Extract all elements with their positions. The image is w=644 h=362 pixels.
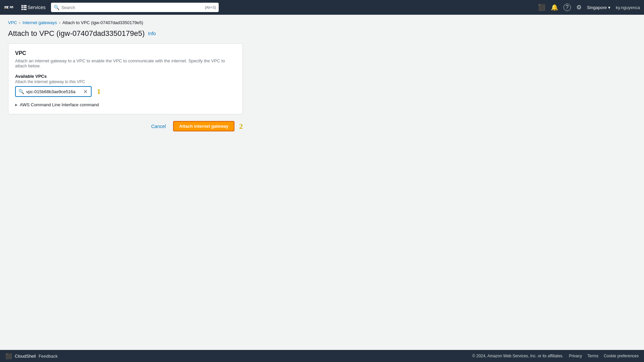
breadcrumb-sep-2: ›: [59, 20, 60, 25]
top-navigation: Services 🔍 [Alt+S] ⬛ 🔔 ? ⚙ Singapore ▾ k…: [0, 0, 644, 15]
region-arrow: ▾: [608, 5, 610, 10]
cli-label: AWS Command Line Interface command: [20, 102, 99, 107]
card-section-title: VPC: [15, 50, 236, 56]
vpc-search-input[interactable]: [26, 89, 83, 94]
cancel-button[interactable]: Cancel: [148, 122, 169, 131]
services-label: Services: [28, 5, 46, 10]
actions-row: Cancel Attach internet gateway 2: [8, 121, 243, 131]
region-label: Singapore: [587, 5, 607, 10]
page-title-text: Attach to VPC (igw-07407dad3350179e5): [8, 29, 145, 38]
step-1-annotation: 1: [97, 87, 101, 96]
vpc-clear-button[interactable]: ✕: [83, 88, 88, 95]
grid-icon: [21, 5, 26, 10]
card-description: Attach an internet gateway to a VPC to e…: [15, 58, 236, 68]
field-sublabel: Attach the internet gateway to this VPC: [15, 79, 236, 84]
search-icon: 🔍: [54, 5, 59, 10]
bell-icon[interactable]: 🔔: [551, 4, 558, 11]
info-link[interactable]: Info: [148, 31, 156, 36]
vpc-card: VPC Attach an internet gateway to a VPC …: [8, 43, 243, 114]
breadcrumb-vpc[interactable]: VPC: [8, 20, 17, 25]
terminal-icon[interactable]: ⬛: [538, 4, 545, 11]
vpc-search-icon: 🔍: [18, 89, 24, 94]
nav-icons: ⬛ 🔔 ? ⚙ Singapore ▾ ky.nguyenca: [538, 4, 640, 11]
help-icon[interactable]: ?: [564, 4, 571, 11]
settings-icon[interactable]: ⚙: [576, 4, 582, 11]
cli-arrow-icon: ▶: [15, 103, 18, 107]
search-input[interactable]: [61, 5, 202, 10]
step-2-annotation: 2: [239, 122, 243, 131]
breadcrumb: VPC › Internet gateways › Attach to VPC …: [8, 20, 636, 25]
field-label: Available VPCs: [15, 74, 236, 79]
breadcrumb-current: Attach to VPC (igw-07407dad3350179e5): [62, 20, 143, 25]
search-shortcut: [Alt+S]: [205, 5, 216, 9]
services-menu[interactable]: Services: [19, 3, 48, 11]
search-bar[interactable]: 🔍 [Alt+S]: [51, 3, 219, 12]
attach-internet-gateway-button[interactable]: Attach internet gateway: [173, 121, 234, 131]
vpc-search-wrapper: 🔍 ✕: [15, 86, 92, 97]
page-title: Attach to VPC (igw-07407dad3350179e5) In…: [8, 29, 636, 38]
main-content: VPC › Internet gateways › Attach to VPC …: [0, 15, 644, 137]
cli-expand[interactable]: ▶ AWS Command Line Interface command: [15, 102, 236, 107]
breadcrumb-sep-1: ›: [19, 20, 20, 25]
aws-logo[interactable]: [4, 4, 15, 11]
region-selector[interactable]: Singapore ▾: [587, 5, 610, 10]
breadcrumb-internet-gateways[interactable]: Internet gateways: [22, 20, 57, 25]
user-menu[interactable]: ky.nguyenca: [616, 5, 640, 10]
